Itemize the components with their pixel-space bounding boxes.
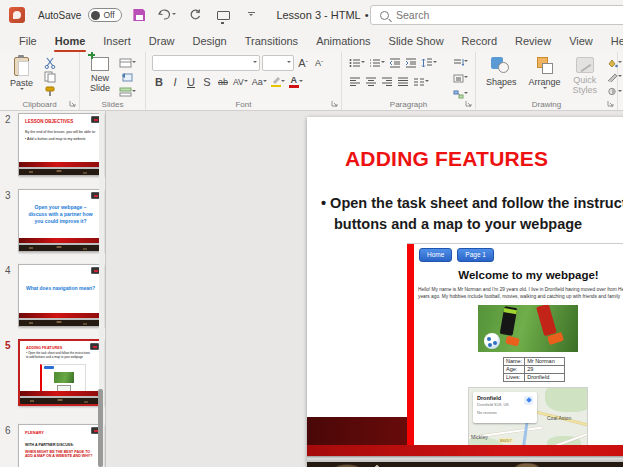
slide-number-2: 2 [5,114,11,125]
save-button[interactable] [130,6,148,24]
group-label-slides: Slides [80,100,145,109]
slide-thumbnail-3[interactable]: Open your webpage – discuss with a partn… [18,189,103,252]
slide-thumbnail-panel: 2 LESSON OBJECTIVES By the end of this l… [0,111,106,467]
thumb6-line2: WHEN MIGHT BE THE BEST PAGE TO ADD A MAP… [25,450,102,459]
arrange-icon [535,57,555,75]
underline-button[interactable]: U [184,74,198,89]
new-slide-button[interactable]: New Slide [86,55,114,98]
drawing-dialog-launcher[interactable] [607,100,615,108]
align-left-button[interactable] [348,74,362,89]
highlight-color-button[interactable] [270,74,286,89]
tab-transitions[interactable]: Transitions [236,32,307,50]
numbering-button[interactable] [368,55,386,70]
reset-slide-button[interactable] [118,71,136,83]
group-label-clipboard: Clipboard [0,100,79,109]
text-direction-button[interactable] [451,55,469,69]
tab-file[interactable]: File [10,32,46,50]
football-image [478,305,578,352]
quick-styles-label: Quick [573,75,596,85]
thumbnail-scrollbar-thumb[interactable] [98,389,103,467]
align-right-button[interactable] [380,74,394,89]
tab-draw[interactable]: Draw [140,32,184,50]
powerpoint-app-icon[interactable] [9,7,25,23]
tab-slide-show[interactable]: Slide Show [380,32,453,50]
slide-thumbnail-4[interactable]: What does navigation mean? [18,264,103,327]
quick-styles-label-2: Styles [573,85,598,95]
tab-insert[interactable]: Insert [94,32,140,50]
slide-layout-button[interactable] [118,57,136,69]
line-spacing-button[interactable] [420,55,438,70]
arrange-button[interactable]: Arrange [525,55,565,98]
section-button[interactable] [118,86,136,98]
undo-button[interactable] [158,6,176,24]
slide-thumbnail-2[interactable]: LESSON OBJECTIVES By the end of this les… [18,113,103,176]
strikethrough-button[interactable]: ab [216,74,230,89]
shapes-button[interactable]: Shapes [482,55,521,98]
tab-help[interactable]: Help [602,32,623,50]
tab-view[interactable]: View [560,32,602,50]
paragraph-dialog-launcher[interactable] [465,100,473,108]
increase-font-size-button[interactable]: Aˆ [296,56,310,71]
line-spacing-icon [421,58,433,68]
search-box[interactable] [370,5,623,25]
group-editing: ab [618,52,623,110]
reset-icon [121,72,134,82]
paste-button[interactable]: Paste [6,55,37,98]
change-case-button[interactable]: Aa [251,74,268,89]
save-icon [133,9,145,21]
decrease-font-size-button[interactable]: Aˇ [312,56,326,71]
copy-button[interactable] [41,71,59,83]
group-label-paragraph: Paragraph [342,100,475,109]
italic-button[interactable]: I [168,74,182,89]
justify-button[interactable] [396,74,410,89]
slide-thumbnail-6[interactable]: PLENARY WITH A PARTNER DISCUSS: WHEN MIG… [18,424,103,467]
font-size-combo[interactable] [262,55,294,71]
slide-canvas[interactable]: ADDING FEATURES • Open the task sheet an… [106,111,623,467]
tab-design[interactable]: Design [183,32,235,50]
bullets-button[interactable] [348,55,366,70]
redo-button[interactable] [186,6,204,24]
paste-dropdown-icon [20,88,24,92]
format-painter-button[interactable] [41,86,59,98]
group-clipboard: Paste Clipboard [0,52,80,110]
font-dialog-launcher[interactable] [331,100,339,108]
customize-toolbar-button[interactable] [242,6,260,24]
tab-record[interactable]: Record [453,32,506,50]
search-input[interactable] [396,9,596,21]
current-slide[interactable]: ADDING FEATURES • Open the task sheet an… [307,117,623,467]
toggle-knob-icon [91,11,100,20]
increase-indent-button[interactable] [404,55,418,70]
undo-dropdown-icon [172,13,176,17]
convert-to-smartart-button[interactable] [451,87,469,101]
quick-styles-button[interactable]: Quick Styles [569,55,602,98]
bold-button[interactable]: B [152,74,166,89]
slide-body-textbox[interactable]: • Open the task sheet and follow the ins… [321,193,623,235]
start-slideshow-button[interactable] [214,6,232,24]
quick-access-toolbar [130,6,260,24]
font-name-combo[interactable] [152,55,260,71]
webpage-home-button: Home [419,248,452,262]
webpage-body: Home Page 1 Welcome to my webpage! Hello… [414,244,623,445]
tab-home[interactable]: Home [46,32,95,50]
text-shadow-button[interactable]: S [200,74,214,89]
align-text-button[interactable] [451,71,469,85]
slide-title-textbox[interactable]: ADDING FEATURES [345,147,548,171]
webpage-screenshot[interactable]: Home Page 1 Welcome to my webpage! Hello… [407,243,623,445]
tab-animations[interactable]: Animations [307,32,379,50]
font-color-button[interactable]: A [288,74,304,89]
autosave-toggle[interactable]: Off [88,8,122,22]
tab-review[interactable]: Review [506,32,560,50]
group-drawing: Shapes Arrange Quick Styles Drawing [476,52,618,110]
columns-button[interactable] [412,74,430,89]
slide-thumbnail-5[interactable]: ADDING FEATURES • Open the task sheet an… [18,339,103,406]
shapes-icon [491,57,511,75]
clipboard-dialog-launcher[interactable] [69,100,77,108]
map-label-road: B6057 [499,438,513,443]
numbering-icon [369,58,381,68]
decrease-indent-button[interactable] [388,55,402,70]
thumb2-line1: By the end of this lesson, you will be a… [25,130,102,135]
bullet-glyph: • [321,195,326,211]
character-spacing-button[interactable]: AV [232,74,249,89]
align-center-button[interactable] [364,74,378,89]
cut-button[interactable] [41,57,59,69]
